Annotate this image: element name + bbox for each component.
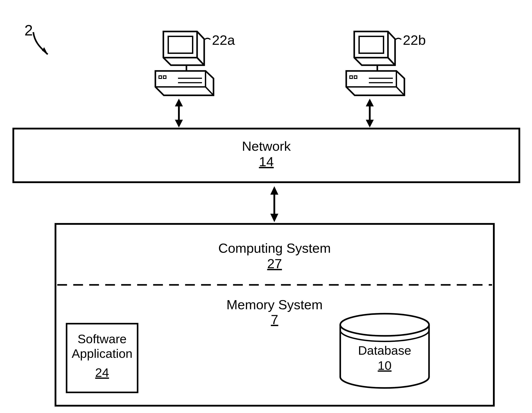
terminal-a-label: 22a — [212, 32, 235, 48]
database-title: Database — [358, 343, 411, 357]
computing-system-title: Computing System — [218, 241, 331, 256]
software-application-number: 24 — [95, 366, 109, 379]
software-application-title-1: Software — [78, 332, 127, 346]
svg-marker-28 — [366, 99, 374, 106]
computing-system-number: 27 — [267, 256, 282, 271]
database-number: 10 — [378, 358, 391, 372]
arrow-terminal-a-to-network — [175, 99, 183, 128]
network-number: 14 — [259, 154, 274, 169]
svg-rect-3 — [168, 36, 193, 53]
terminal-b: 22b — [346, 31, 426, 95]
svg-marker-26 — [175, 120, 183, 128]
arrow-terminal-b-to-network — [366, 99, 374, 128]
software-application-title-2: Application — [72, 347, 133, 360]
arrow-network-to-computer — [270, 186, 278, 222]
svg-marker-31 — [270, 186, 278, 195]
memory-system-number: 7 — [271, 312, 278, 327]
svg-marker-29 — [366, 120, 374, 128]
svg-rect-7 — [159, 76, 162, 78]
network-title: Network — [242, 139, 291, 154]
svg-point-33 — [340, 314, 429, 336]
memory-system-title: Memory System — [226, 297, 323, 312]
svg-marker-32 — [270, 214, 278, 222]
svg-marker-25 — [175, 99, 183, 106]
svg-rect-15 — [359, 36, 383, 53]
terminal-b-label: 22b — [403, 32, 426, 48]
svg-rect-20 — [354, 76, 357, 78]
terminal-a: 22a — [155, 31, 235, 95]
svg-rect-8 — [163, 76, 166, 78]
figure-reference: 2 — [24, 22, 33, 38]
svg-rect-19 — [350, 76, 352, 78]
figure-reference-arrowhead — [42, 47, 48, 54]
